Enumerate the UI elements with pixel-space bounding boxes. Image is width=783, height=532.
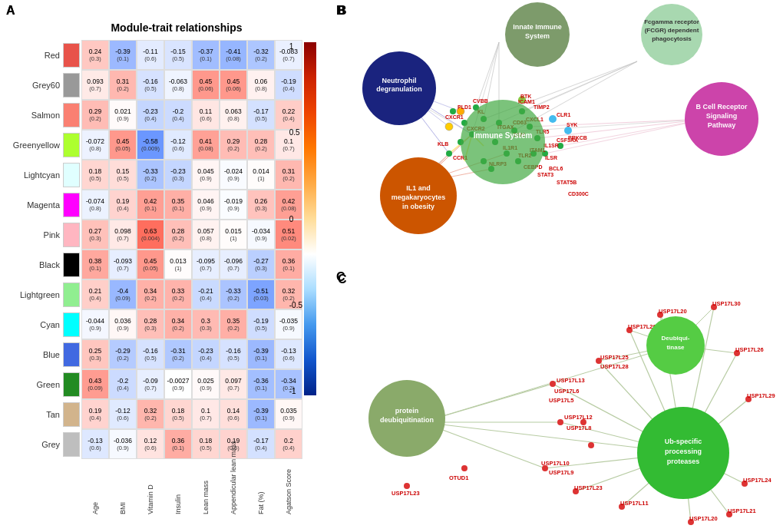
cell-pvalue: (0.2) [172, 235, 183, 242]
heatmap-cell: -0.093(0.7) [109, 249, 137, 279]
svg-point-118 [550, 381, 556, 387]
cell-pvalue: (0.4) [144, 115, 156, 122]
heatmap-cell: -0.11(0.6) [137, 40, 164, 70]
cell-value: -0.32 [253, 48, 268, 55]
cell-value: -0.096 [224, 257, 243, 265]
cell-value: 0.11 [200, 107, 213, 115]
heatmap-cell: 0.45(0.06) [192, 70, 220, 100]
cell-value: 0.38 [89, 257, 102, 265]
cell-pvalue: (0.3) [200, 325, 211, 332]
heatmap-row: Grey600.093(0.7)0.31(0.2)-0.16(0.5)-0.06… [8, 70, 302, 100]
cell-pvalue: (0.5) [227, 355, 239, 362]
cell-pvalue: (0.2) [172, 355, 183, 362]
cell-value: 0.14 [227, 407, 240, 415]
heatmap-cell: 0.26(0.3) [247, 190, 275, 220]
heatmap-cell: 0.11(0.6) [192, 100, 220, 130]
heatmap-cell: -0.0027(0.9) [164, 369, 192, 399]
cell-pvalue: (0.08) [226, 55, 241, 62]
heatmap-cell: 0.093(0.7) [81, 70, 109, 100]
cell-pvalue: (0.08) [198, 145, 213, 152]
cell-value: 0.24 [89, 48, 102, 55]
cell-pvalue: (0.6) [200, 115, 211, 122]
heatmap-cell: 0.29(0.2) [81, 100, 109, 130]
svg-text:B Cell Receptor: B Cell Receptor [695, 103, 748, 111]
heatmap-row: Tan0.19(0.4)-0.12(0.6)0.32(0.2)0.18(0.5)… [8, 399, 302, 429]
svg-text:Fcgamma receptor: Fcgamma receptor [644, 18, 699, 25]
heatmap-cell: -0.12(0.6) [109, 399, 137, 429]
heatmap-cells-row: 0.38(0.1)-0.093(0.7)0.45(0.05)0.013(1)-0… [81, 249, 302, 279]
heatmap-cell: 0.06(0.8) [247, 70, 275, 100]
cell-value: 0.025 [197, 377, 213, 385]
cell-value: -0.16 [143, 78, 157, 85]
heatmap-cell: 0.097(0.7) [220, 369, 247, 399]
cell-value: 0.45 [200, 78, 213, 85]
svg-text:USP17L9: USP17L9 [549, 469, 574, 476]
heatmap-cell: -0.063(0.8) [164, 70, 192, 100]
cell-value: -0.034 [252, 227, 270, 235]
cell-pvalue: (0.6) [144, 55, 156, 62]
svg-text:processing: processing [665, 448, 702, 455]
heatmap-cell: -0.39(0.1) [109, 40, 137, 70]
heatmap-cells-row: -0.044(0.9)0.036(0.9)0.28(0.3)0.34(0.2)0… [81, 309, 302, 339]
cell-value: 0.045 [197, 167, 213, 175]
svg-line-97 [422, 345, 676, 422]
svg-text:CD300C: CD300C [568, 191, 589, 197]
cell-pvalue: (0.06) [198, 85, 213, 92]
cell-value: 0.06 [255, 78, 268, 85]
svg-text:BCL6: BCL6 [549, 166, 563, 171]
heatmap-cell: -0.034(0.9) [247, 220, 275, 249]
heatmap-cell: 0.18(0.5) [81, 160, 109, 190]
heatmap-cell: 0.013(1) [164, 249, 192, 279]
panel-c-label-display: C [336, 270, 345, 284]
heatmap-cell: -0.2(0.4) [109, 369, 137, 399]
cell-pvalue: (0.9) [172, 385, 183, 392]
heatmap-cell: -0.58(0.009) [137, 130, 164, 160]
cell-pvalue: (0.9) [200, 385, 211, 392]
cell-pvalue: (0.3) [89, 55, 101, 62]
cell-value: -0.09 [143, 377, 157, 385]
cell-pvalue: (0.009) [141, 145, 160, 152]
svg-text:in obesity: in obesity [402, 203, 434, 210]
module-color-swatch [63, 402, 80, 427]
cell-pvalue: (0.4) [172, 115, 183, 122]
cell-value: -0.27 [253, 257, 268, 265]
cell-value: 0.43 [89, 377, 102, 385]
svg-text:degranulation: degranulation [376, 85, 422, 93]
cell-value: 0.63 [144, 227, 157, 235]
module-label: Lightcyan [8, 170, 63, 180]
cell-value: 0.34 [144, 287, 157, 295]
heatmap-row: Red0.24(0.3)-0.39(0.1)-0.11(0.6)-0.15(0.… [8, 40, 302, 70]
cell-pvalue: (0.1) [89, 265, 101, 272]
heatmap-cell: 0.14(0.6) [220, 399, 247, 429]
heatmap-cell: -0.31(0.2) [164, 339, 192, 369]
heatmap-row: Black0.38(0.1)-0.093(0.7)0.45(0.05)0.013… [8, 249, 302, 279]
cell-value: 0.18 [172, 407, 185, 415]
module-label: Lightgreen [8, 290, 63, 299]
cell-pvalue: (0.2) [255, 145, 266, 152]
cell-pvalue: (0.4) [117, 205, 128, 212]
cell-value: 0.34 [172, 317, 185, 325]
heatmap-cell: 0.27(0.3) [81, 220, 109, 249]
column-header: Fat (%) [247, 438, 275, 514]
heatmap-cell: 0.41(0.08) [192, 130, 220, 160]
cell-value: 0.26 [255, 197, 268, 205]
module-label: Red [8, 51, 63, 60]
cell-value: -0.23 [170, 167, 185, 175]
cell-pvalue: (0.2) [89, 115, 101, 122]
heatmap-cell: 0.38(0.1) [81, 249, 109, 279]
heatmap-cell: 0.28(0.2) [164, 220, 192, 249]
cell-pvalue: (0.03) [253, 295, 269, 302]
heatmap-cell: 0.45(0.06) [220, 70, 247, 100]
heatmap-row: Lightcyan0.18(0.5)0.15(0.5)-0.33(0.2)-0.… [8, 160, 302, 190]
cell-pvalue: (0.1) [255, 355, 266, 362]
heatmap-cell: 0.43(0.09) [81, 369, 109, 399]
svg-point-48 [549, 115, 557, 123]
usp17l23-label: USP17L23 [392, 490, 420, 497]
cell-pvalue: (0.7) [117, 265, 128, 272]
svg-text:STAT5B: STAT5B [557, 180, 577, 185]
cell-pvalue: (0.1) [144, 205, 156, 212]
svg-text:System: System [525, 32, 550, 40]
colorbar-label-n05: -0.5 [289, 301, 302, 309]
heatmap-cell: 0.32(0.2) [137, 399, 164, 429]
cell-pvalue: (0.9) [89, 325, 101, 332]
